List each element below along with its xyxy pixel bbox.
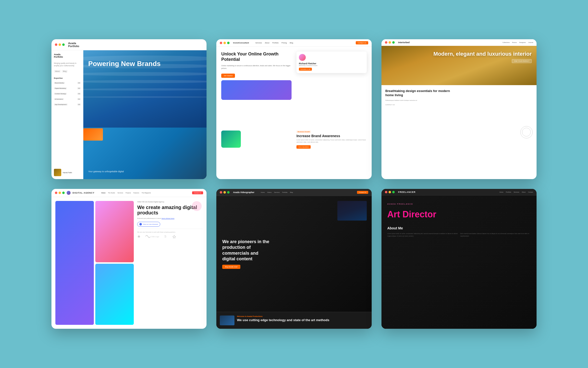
dot-green[interactable]	[227, 191, 230, 194]
profile-name: Richard Fletcher	[299, 62, 364, 65]
item-label: eCommerce	[54, 98, 64, 100]
video-body: We are pioneers in the production of com…	[216, 196, 371, 329]
video-bottom: Welcome to Avada Productions We use cutt…	[216, 312, 371, 329]
agency-cta[interactable]: Contact Us	[192, 191, 203, 194]
invest-cta[interactable]: Contact Us	[356, 41, 368, 44]
nav-services[interactable]: Services	[274, 192, 280, 193]
nav-projects[interactable]: Projects	[126, 192, 131, 194]
dot-yellow[interactable]	[59, 192, 61, 194]
nav-about[interactable]: About	[522, 191, 526, 193]
circle-inner	[522, 128, 531, 136]
investment-header: InvestConsultant Services About Portfoli…	[216, 39, 371, 47]
nav-pricing[interactable]: Pricing	[282, 42, 287, 44]
investment-body: Unlock Your Online Growth Potential Onli…	[216, 47, 371, 179]
about-section: About Me Lorem ipsum dolor sit amet, con…	[387, 226, 531, 237]
portfolio-logo: Avada Portfolio	[68, 42, 79, 48]
nav-studio[interactable]: The Studio	[108, 192, 115, 194]
profile-btn[interactable]: Schedule a call	[299, 68, 312, 71]
nav-about[interactable]: About	[265, 42, 269, 44]
dot-green[interactable]	[392, 41, 395, 44]
sidebar-item[interactable]: App Development05	[54, 103, 81, 106]
dot-green[interactable]	[62, 192, 65, 194]
profile-name: Hamid Fathi	[63, 172, 72, 173]
nav-services[interactable]: Services	[118, 192, 123, 194]
svg-text:S: S	[164, 235, 166, 238]
partners-label: We are very fortunate to work with these…	[137, 231, 203, 233]
dot-yellow[interactable]	[223, 191, 226, 194]
interior-hero-btn[interactable]: FIND YOUR PERFECT	[512, 59, 532, 63]
brand-tag: Business Growth	[296, 131, 311, 133]
contact-info: CONTACT US	[385, 104, 457, 105]
agency-sub-text: Euismod quis pellentesque ut rutrum lore…	[137, 217, 203, 220]
video-hero-btn[interactable]: Buy Avada now!	[222, 265, 240, 269]
sub-text-content: Euismod quis pellentesque ut rutrum	[137, 218, 161, 219]
screen-lines	[337, 201, 367, 221]
sidebar-item[interactable]: eCommerce01	[54, 97, 81, 101]
agency-header: DIGITAL AGENCY Home The Studio Services …	[51, 189, 207, 197]
video-nav: Home Videos Services Portfolio Blog	[261, 192, 293, 193]
dot-red[interactable]	[385, 41, 387, 44]
interior-header: interiorbed Collections Rooms Designers …	[381, 39, 537, 46]
video-header: Avada Videographer Home Videos Services …	[216, 189, 371, 196]
nav-portfolio[interactable]: Portfolio	[506, 191, 511, 193]
art-hero: AVADA FREELANCE Art Director About Me Lo…	[381, 196, 537, 329]
agency-body: Hello! We are Avada Digital Agency We cr…	[51, 197, 207, 329]
nav-item[interactable]: Rooms	[512, 42, 517, 43]
interior-nav: Collections Rooms Designers Journal	[502, 42, 533, 43]
nav-portfolio[interactable]: Portfolio	[282, 192, 288, 193]
nav-home[interactable]: Home	[500, 191, 503, 193]
video-hero: We are pioneers in the production of com…	[216, 196, 371, 312]
nav-videos[interactable]: Videos	[267, 192, 271, 193]
nav-item[interactable]: Designers	[519, 42, 526, 43]
sidebar-item[interactable]: Content Strategy03	[54, 92, 81, 95]
dot-green[interactable]	[392, 191, 395, 193]
video-cta[interactable]: Contact Us	[357, 191, 368, 194]
invest-hero-subtitle: Online marketing to secure a continuous …	[221, 65, 292, 70]
invest-hero-image	[221, 80, 292, 100]
dot-yellow[interactable]	[59, 43, 61, 46]
window-controls	[220, 191, 230, 194]
interior-logo: interiorbed	[398, 41, 410, 44]
nav-home[interactable]: Home	[101, 192, 106, 194]
art-header: FREELANCER Home Portfolio Services About…	[381, 189, 537, 196]
window-controls	[385, 41, 395, 44]
dot-green[interactable]	[62, 43, 65, 46]
dot-red[interactable]	[385, 191, 387, 193]
invest-hero-btn[interactable]: Get Started	[221, 74, 235, 78]
nav-contact[interactable]: Contact	[528, 191, 533, 193]
nav-home[interactable]: Home	[261, 192, 265, 193]
sub-link[interactable]: lorem ultrices lorem	[161, 218, 174, 219]
dot-yellow[interactable]	[389, 41, 391, 44]
nav-item[interactable]: Journal	[528, 42, 533, 43]
btn-circle-icon	[139, 223, 142, 225]
brand-title: Increase Brand Awareness	[296, 134, 367, 138]
nav-features[interactable]: Features	[133, 192, 139, 194]
sidebar-item[interactable]: Digital Marketing02	[54, 87, 81, 90]
nav-magazine[interactable]: The Magazine	[142, 192, 151, 194]
sidebar-item[interactable]: Brand Identity04	[54, 81, 81, 85]
card-portfolio-header: Avada Portfolio	[51, 39, 207, 50]
nav-blog[interactable]: Blog	[290, 42, 293, 44]
contact-label: CONTACT US	[385, 104, 395, 105]
dot-red[interactable]	[220, 42, 222, 44]
partner-logo-3: S	[164, 235, 167, 238]
dot-red[interactable]	[55, 43, 57, 46]
nav-services[interactable]: Services	[514, 191, 519, 193]
nav-portfolio[interactable]: Portfolio	[272, 42, 279, 44]
page-container: Avada Portfolio AvadaPortfolio Merging q…	[37, 25, 551, 343]
about-text-2: Quis nostrud exercitation ullamco labori…	[460, 233, 531, 237]
nav-services[interactable]: Services	[255, 42, 262, 44]
dot-red[interactable]	[220, 191, 222, 194]
card-interior: interiorbed Collections Rooms Designers …	[381, 39, 537, 179]
dot-red[interactable]	[55, 192, 57, 194]
brand-btn[interactable]: Get a Quotation	[296, 145, 311, 149]
dot-yellow[interactable]	[223, 42, 226, 44]
nav-blog[interactable]: Blog	[290, 192, 293, 193]
agency-view-btn[interactable]: View our new showreel	[137, 222, 160, 227]
nav-item[interactable]: Collections	[502, 42, 510, 43]
partners-logos: Odis Logo S	[137, 235, 203, 238]
dot-yellow[interactable]	[389, 191, 391, 193]
dot-green[interactable]	[227, 42, 230, 44]
partner-logo-1	[137, 235, 141, 238]
video-bottom-grid: Welcome to Avada Productions We use cutt…	[220, 315, 368, 325]
